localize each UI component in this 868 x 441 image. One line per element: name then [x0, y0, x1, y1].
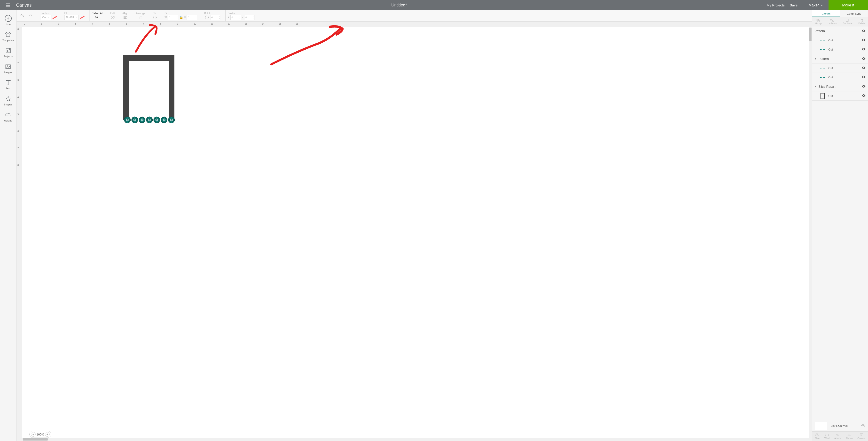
height-input[interactable]: 0▲▼ — [187, 15, 197, 20]
contour-button[interactable]: Contour — [858, 433, 866, 440]
eye-icon[interactable] — [862, 29, 866, 33]
eye-icon[interactable] — [862, 57, 866, 61]
sublayer-label: Cut — [828, 94, 833, 98]
select-all-button[interactable]: Select All — [92, 12, 103, 15]
sublayer[interactable]: Cut — [812, 45, 868, 54]
delete-button[interactable]: Delete — [858, 19, 865, 25]
undo-icon[interactable] — [19, 13, 25, 18]
layer-group: ▼PatternCutCut — [812, 54, 868, 82]
svg-point-37 — [142, 119, 143, 121]
attach-button[interactable]: Attach — [834, 433, 841, 440]
size-group: Size W 0▲▼ 🔒 H 0▲▼ — [162, 10, 199, 21]
sublayer[interactable]: Cut — [812, 36, 868, 45]
fill-swatch[interactable] — [80, 16, 85, 19]
redo-icon[interactable] — [27, 13, 33, 18]
tshirt-icon — [5, 31, 11, 38]
delete-label: Delete — [858, 22, 865, 25]
flip-icon[interactable] — [152, 15, 157, 20]
layer-header[interactable]: Pattern — [812, 26, 868, 36]
eye-icon[interactable] — [862, 38, 866, 43]
layer-name: Pattern — [818, 57, 829, 61]
ruler-tick: 13 — [245, 23, 247, 25]
shapes-button[interactable]: Shapes — [4, 93, 12, 108]
fill-label: Fill — [64, 12, 85, 14]
svg-point-63 — [165, 120, 165, 120]
projects-button[interactable]: Projects — [4, 45, 13, 59]
select-all-icon[interactable] — [95, 15, 100, 20]
machine-selector[interactable]: Maker — [809, 3, 823, 7]
edit-icon[interactable] — [110, 15, 115, 20]
canvas-name: Blank Canvas — [831, 424, 858, 428]
edit-label: Edit — [111, 12, 115, 15]
svg-rect-84 — [860, 434, 863, 436]
shapes-icon — [5, 95, 12, 102]
sublayer[interactable]: Cut — [812, 63, 868, 72]
sublayer[interactable]: Cut — [812, 72, 868, 82]
svg-point-40 — [142, 119, 142, 119]
width-input[interactable]: 0▲▼ — [168, 15, 178, 20]
eye-icon[interactable] — [862, 66, 866, 70]
make-it-button[interactable]: Make It — [829, 0, 868, 10]
new-button[interactable]: + New — [5, 13, 12, 27]
layer-header[interactable]: ▼Slice Result — [812, 82, 868, 91]
scrollbar-horizontal[interactable] — [22, 438, 812, 441]
lock-icon[interactable]: 🔒 — [179, 16, 183, 19]
layers-list: PatternCutCut▼PatternCutCut▼Slice Result… — [812, 26, 868, 420]
eye-icon[interactable] — [862, 75, 866, 80]
weld-button[interactable]: Weld — [825, 433, 830, 440]
ungroup-button[interactable]: UnGroup — [828, 19, 837, 25]
eye-icon[interactable] — [862, 84, 866, 89]
sublayer-label: Cut — [828, 76, 833, 79]
chevron-down-icon — [820, 4, 824, 7]
sublayer-label: Cut — [828, 48, 833, 51]
svg-point-83 — [817, 434, 819, 436]
sublayer[interactable]: Cut — [812, 91, 868, 100]
canvas[interactable]: − 100% + — [22, 27, 812, 441]
tab-layers[interactable]: Layers — [812, 10, 840, 17]
save-button[interactable]: Save — [790, 3, 798, 7]
document-title[interactable]: Untitled* — [32, 3, 767, 7]
images-button[interactable]: Images — [4, 61, 12, 76]
templates-label: Templates — [2, 39, 14, 41]
rotate-input[interactable]: 0▲▼ — [210, 15, 221, 20]
arrange-icon[interactable] — [138, 15, 143, 20]
frame-object[interactable] — [123, 55, 175, 120]
upload-button[interactable]: Upload — [4, 110, 12, 124]
duplicate-label: Duplicate — [843, 22, 852, 25]
ruler-tick: 3 — [18, 79, 19, 82]
size-label: Size — [164, 12, 197, 14]
eye-off-icon[interactable] — [861, 423, 865, 429]
align-icon[interactable] — [123, 15, 128, 20]
templates-button[interactable]: Templates — [2, 29, 14, 43]
ruler-tick: 11 — [211, 23, 213, 25]
blank-canvas-row[interactable]: Blank Canvas — [812, 420, 868, 431]
my-projects-link[interactable]: My Projects — [767, 3, 784, 7]
scrollbar-vertical[interactable] — [809, 27, 812, 438]
slice-button[interactable]: Slice — [814, 433, 819, 440]
y-input[interactable]: 0▲▼ — [244, 15, 255, 20]
upload-icon — [5, 111, 11, 118]
group-button[interactable]: Group — [815, 19, 822, 25]
zoom-out-button[interactable]: − — [31, 432, 36, 437]
ruler-tick: 7 — [18, 147, 19, 149]
caret-icon: ▼ — [814, 85, 816, 88]
svg-point-46 — [148, 120, 149, 120]
tab-color-sync[interactable]: Color Sync — [840, 10, 868, 17]
flatten-button[interactable]: Flatten — [846, 433, 853, 440]
x-input[interactable]: 0▲▼ — [230, 15, 241, 20]
text-button[interactable]: Text — [5, 78, 12, 92]
layer-header[interactable]: ▼Pattern — [812, 54, 868, 63]
h-label: H — [184, 16, 186, 19]
duplicate-button[interactable]: Duplicate — [843, 19, 852, 25]
projects-icon — [5, 47, 12, 54]
text-label: Text — [6, 87, 10, 90]
arrange-label: Arrange — [136, 12, 146, 15]
linetype-swatch[interactable] — [52, 16, 57, 19]
eye-icon[interactable] — [862, 93, 866, 98]
menu-icon[interactable] — [0, 2, 16, 8]
zoom-in-button[interactable]: + — [45, 432, 50, 437]
fill-select[interactable]: No Fill▼ — [64, 15, 79, 20]
eye-icon[interactable] — [862, 47, 866, 52]
linetype-select[interactable]: Cut▼ — [41, 15, 52, 20]
svg-point-55 — [158, 120, 158, 120]
